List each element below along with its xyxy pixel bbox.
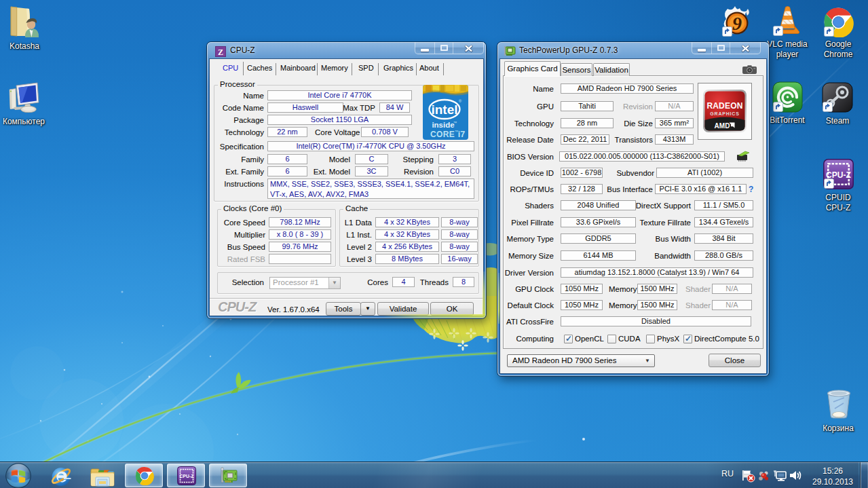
svg-text:Z: Z	[218, 48, 223, 57]
svg-text:GRAPHICS: GRAPHICS	[710, 111, 739, 116]
svg-text:CORE: CORE	[430, 130, 455, 139]
svg-text:9: 9	[732, 13, 742, 34]
svg-text:RADEON: RADEON	[706, 101, 742, 111]
svg-text:AMD: AMD	[715, 122, 730, 130]
svg-text:CPU-Z: CPU-Z	[180, 474, 194, 478]
svg-text:™: ™	[453, 121, 457, 125]
svg-text:intel: intel	[431, 102, 457, 117]
svg-text:i7: i7	[458, 130, 465, 139]
svg-text:®: ®	[459, 99, 462, 103]
svg-text:inside: inside	[432, 121, 454, 129]
